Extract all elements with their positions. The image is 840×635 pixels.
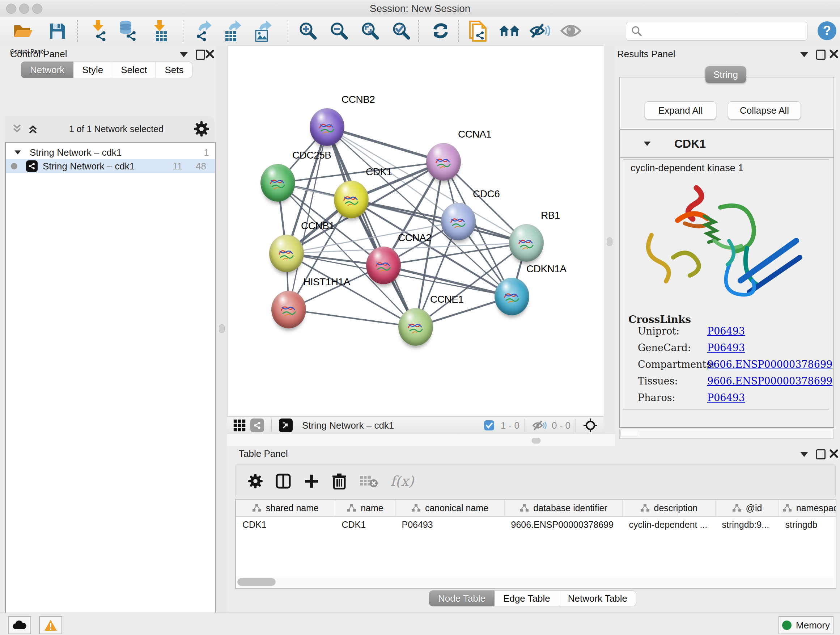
export-network-button[interactable]: [191, 19, 213, 42]
network-options-gear-icon[interactable]: [194, 121, 210, 137]
open-session-button[interactable]: [11, 19, 33, 42]
network-node-ccne1[interactable]: [398, 308, 433, 346]
network-node-ccnb2[interactable]: [309, 108, 344, 146]
protein-card-header[interactable]: CDK1: [620, 130, 834, 158]
table-horizontal-scrollbar[interactable]: [237, 577, 834, 587]
column-header-canonical-name[interactable]: canonical name: [395, 500, 505, 516]
vertical-splitter-left[interactable]: [216, 46, 227, 613]
column-header-shared-name[interactable]: shared name: [236, 500, 335, 516]
table-row[interactable]: CDK1CDK1P064939606.ENSP00000378699cyclin…: [236, 516, 836, 532]
zoom-selected-button[interactable]: [390, 19, 412, 42]
expand-all-chevron-icon[interactable]: [27, 123, 39, 135]
tab-network[interactable]: Network: [21, 62, 73, 78]
protein-expander-icon[interactable]: [644, 141, 651, 146]
results-panel-close-icon[interactable]: [829, 49, 838, 59]
export-image-button[interactable]: [252, 19, 273, 42]
results-panel-menu-icon[interactable]: [800, 52, 808, 57]
share-network-document-button[interactable]: [467, 19, 489, 42]
hide-graphics-button[interactable]: [529, 19, 551, 42]
table-panel-close-icon[interactable]: [829, 449, 838, 458]
column-header-name[interactable]: name: [335, 500, 395, 516]
import-table-file-button[interactable]: [149, 19, 171, 42]
network-node-cdk1[interactable]: [334, 181, 369, 218]
selected-checkbox[interactable]: [483, 420, 495, 431]
network-node-ccna2[interactable]: [366, 247, 401, 284]
node-table-grid[interactable]: shared namenamecanonical namedatabase id…: [236, 500, 836, 532]
network-node-hist1h1a[interactable]: [271, 291, 306, 328]
network-edge[interactable]: [327, 127, 444, 162]
network-collection-row[interactable]: String Network – cdk1 1: [6, 146, 215, 159]
network-canvas[interactable]: CCNB2CCNA1CDC25BCDK1CDC6RB1CCNB1CCNA2CDK…: [227, 46, 604, 416]
table-cell[interactable]: stringdb: [779, 516, 837, 532]
zoom-out-button[interactable]: [328, 19, 349, 42]
export-table-button[interactable]: [221, 19, 243, 42]
delete-column-trash-button[interactable]: [332, 473, 347, 489]
table-cell[interactable]: CDK1: [236, 516, 335, 532]
results-panel-float-icon[interactable]: [816, 50, 826, 60]
collection-expander-icon[interactable]: [14, 150, 21, 154]
column-header-database-identifier[interactable]: database identifier: [505, 500, 622, 516]
zoom-in-button[interactable]: [297, 19, 318, 42]
network-node-cdkn1a[interactable]: [494, 278, 529, 315]
zoom-fit-button[interactable]: [359, 19, 381, 42]
fit-selected-crosshair-button[interactable]: [583, 418, 598, 432]
crosslink-link[interactable]: 9606.ENSP00000378699: [707, 359, 832, 370]
table-cell[interactable]: P06493: [395, 516, 505, 532]
table-panel-menu-icon[interactable]: [800, 452, 808, 457]
control-panel-menu-icon[interactable]: [180, 52, 188, 57]
crosslink-link[interactable]: P06493: [707, 325, 745, 337]
cloud-status-button[interactable]: [8, 616, 31, 634]
show-columns-button[interactable]: [275, 473, 291, 489]
tab-network-table[interactable]: Network Table: [559, 591, 636, 606]
tab-style[interactable]: Style: [73, 62, 112, 78]
network-node-cdc25b[interactable]: [261, 164, 295, 202]
column-header-description[interactable]: description: [622, 500, 715, 516]
network-edge[interactable]: [327, 127, 416, 327]
tab-string[interactable]: String: [706, 66, 746, 83]
network-edge[interactable]: [289, 310, 416, 327]
hidden-toggle[interactable]: [532, 420, 546, 431]
help-button[interactable]: ?: [816, 19, 838, 42]
tab-edge-table[interactable]: Edge Table: [494, 591, 559, 606]
table-cell[interactable]: cyclin-dependent ...: [622, 516, 715, 532]
collapse-all-button[interactable]: Collapse All: [728, 101, 801, 119]
crosslink-link[interactable]: P06493: [707, 342, 745, 353]
vertical-splitter-right[interactable]: [603, 46, 615, 446]
table-scrollbar-thumb[interactable]: [237, 578, 276, 586]
function-builder-button[interactable]: f(x): [390, 473, 414, 489]
import-network-file-button[interactable]: [88, 19, 109, 42]
expand-all-button[interactable]: Expand All: [645, 101, 716, 119]
network-node-ccna1[interactable]: [426, 143, 461, 181]
control-panel-close-icon[interactable]: [205, 49, 215, 59]
show-graphics-button[interactable]: [560, 19, 582, 42]
table-settings-gear-button[interactable]: [248, 473, 263, 489]
add-column-button[interactable]: [303, 473, 319, 489]
crosslink-link[interactable]: P06493: [707, 392, 745, 403]
network-row[interactable]: String Network – cdk1 11 48: [6, 159, 215, 173]
network-node-ccnb1[interactable]: [269, 234, 304, 272]
tab-select[interactable]: Select: [112, 62, 156, 78]
table-panel-float-icon[interactable]: [816, 449, 826, 459]
crosslink-link[interactable]: 9606.ENSP00000378699: [707, 375, 832, 386]
save-session-button[interactable]: [46, 19, 68, 42]
column-header--id[interactable]: @id: [715, 500, 779, 516]
network-overview-button[interactable]: [499, 19, 520, 42]
open-in-new-button[interactable]: [279, 418, 293, 432]
refresh-button[interactable]: [430, 19, 452, 42]
results-scrollbar[interactable]: [619, 429, 834, 439]
import-network-database-button[interactable]: [117, 19, 138, 42]
search-input[interactable]: [646, 24, 807, 39]
column-header-namespac[interactable]: namespac: [779, 500, 837, 516]
table-cell[interactable]: stringdb:9...: [715, 516, 779, 532]
delete-table-button[interactable]: [359, 474, 378, 488]
memory-button[interactable]: Memory: [778, 616, 834, 634]
birds-eye-grid-button[interactable]: [233, 419, 246, 432]
network-share-button[interactable]: [250, 418, 264, 432]
warning-status-button[interactable]: [39, 616, 62, 634]
tab-node-table[interactable]: Node Table: [429, 591, 494, 606]
tab-sets[interactable]: Sets: [156, 62, 193, 78]
control-panel-float-icon[interactable]: [196, 50, 205, 60]
table-cell[interactable]: CDK1: [335, 516, 395, 532]
network-node-rb1[interactable]: [509, 224, 544, 262]
collapse-all-chevron-icon[interactable]: [11, 123, 23, 135]
